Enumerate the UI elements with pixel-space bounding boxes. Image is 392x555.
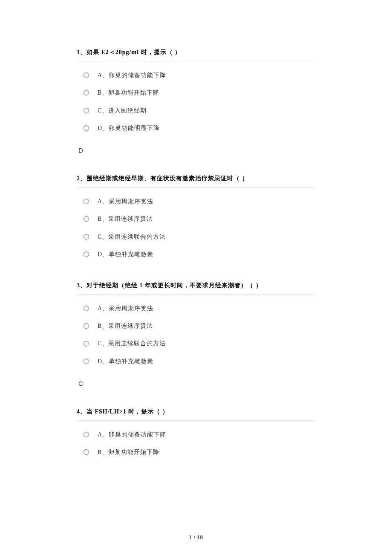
option-row[interactable]: A、卵巢的储备功能下降 <box>77 66 315 84</box>
option-text: C、进入围绝经期 <box>98 105 147 116</box>
question-title: 4、当 FSH/LH>1 时，提示（ ） <box>77 406 315 417</box>
option-text: B、卵巢功能开始下降 <box>98 447 159 457</box>
radio-icon[interactable] <box>84 234 89 240</box>
option-text: A、卵巢的储备功能下降 <box>98 429 166 440</box>
option-text: B、采用连续序贯法 <box>98 214 153 224</box>
divider <box>77 420 315 421</box>
option-text: D、单独补充雌激素 <box>98 249 153 260</box>
option-text: A、卵巢的储备功能下降 <box>98 70 166 81</box>
option-row[interactable]: D、单独补充雌激素 <box>77 246 315 263</box>
radio-icon[interactable] <box>84 216 89 222</box>
answer-text: C <box>78 378 315 389</box>
radio-icon[interactable] <box>84 358 89 364</box>
option-row[interactable]: D、卵巢功能明显下降 <box>77 119 315 137</box>
radio-icon[interactable] <box>84 323 89 329</box>
option-row[interactable]: C、进入围绝经期 <box>77 102 315 119</box>
option-row[interactable]: B、卵巢功能开始下降 <box>77 443 315 461</box>
radio-icon[interactable] <box>84 449 89 455</box>
option-row[interactable]: C、采用连续联合的方法 <box>77 228 315 246</box>
question-title: 3、对于绝经期（绝经 1 年或更长时间，不要求月经来潮者）（ ） <box>77 280 315 291</box>
option-row[interactable]: A、采用周期序贯法 <box>77 300 315 317</box>
option-text: D、单独补充雌激素 <box>98 356 153 367</box>
divider <box>77 187 315 188</box>
radio-icon[interactable] <box>84 125 89 131</box>
answer-text: D <box>78 145 315 156</box>
option-text: B、采用连续序贯法 <box>98 321 153 331</box>
radio-icon[interactable] <box>84 432 89 437</box>
question-4: 4、当 FSH/LH>1 时，提示（ ） A、卵巢的储备功能下降 B、卵巢功能开… <box>77 406 315 461</box>
option-row[interactable]: A、采用周期序贯法 <box>77 193 315 210</box>
option-row[interactable]: C、采用连续联合的方法 <box>77 335 315 352</box>
option-row[interactable]: B、卵巢功能开始下降 <box>77 84 315 101</box>
option-text: D、卵巢功能明显下降 <box>98 123 160 133</box>
radio-icon[interactable] <box>84 199 89 204</box>
option-row[interactable]: B、采用连续序贯法 <box>77 317 315 335</box>
radio-icon[interactable] <box>84 341 89 347</box>
option-row[interactable]: B、采用连续序贯法 <box>77 210 315 228</box>
question-title: 2、围绝经期或绝经早期、有症状没有激素治疗禁忌证时（ ） <box>77 173 315 184</box>
radio-icon[interactable] <box>84 90 89 95</box>
radio-icon[interactable] <box>84 251 89 257</box>
divider <box>77 61 315 61</box>
option-text: A、采用周期序贯法 <box>98 303 153 314</box>
radio-icon[interactable] <box>84 108 89 113</box>
question-title: 1、如果 E2＜20pg/ml 时，提示（ ） <box>77 47 315 58</box>
option-row[interactable]: A、卵巢的储备功能下降 <box>77 426 315 443</box>
option-text: A、采用周期序贯法 <box>98 196 153 207</box>
question-3: 3、对于绝经期（绝经 1 年或更长时间，不要求月经来潮者）（ ） A、采用周期序… <box>77 280 315 389</box>
divider <box>77 294 315 295</box>
option-row[interactable]: D、单独补充雌激素 <box>77 353 315 370</box>
radio-icon[interactable] <box>84 306 89 311</box>
option-text: C、采用连续联合的方法 <box>98 338 166 349</box>
radio-icon[interactable] <box>84 72 89 78</box>
question-2: 2、围绝经期或绝经早期、有症状没有激素治疗禁忌证时（ ） A、采用周期序贯法 B… <box>77 173 315 263</box>
question-1: 1、如果 E2＜20pg/ml 时，提示（ ） A、卵巢的储备功能下降 B、卵巢… <box>77 47 315 156</box>
option-text: C、采用连续联合的方法 <box>98 231 166 242</box>
option-text: B、卵巢功能开始下降 <box>98 87 159 98</box>
